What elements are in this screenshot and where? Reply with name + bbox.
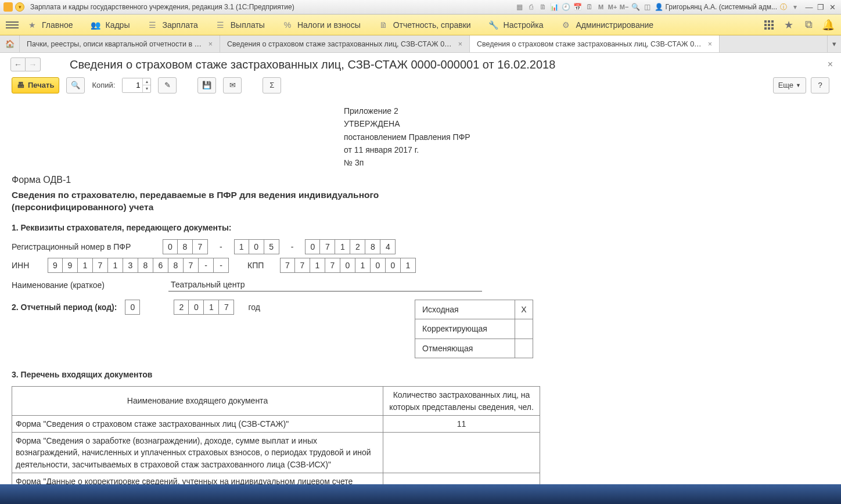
maximize-button[interactable]: ❐: [815, 3, 826, 11]
money-icon: ☰: [147, 20, 157, 30]
clock-icon[interactable]: 🕘: [561, 2, 572, 12]
m-plus-icon[interactable]: M+: [608, 2, 618, 12]
cell: 2: [350, 239, 365, 254]
section-3-heading: 3. Перечень входящих документов: [12, 369, 778, 380]
inn-label: ИНН: [12, 260, 41, 271]
info-icon[interactable]: ⓘ: [778, 2, 789, 12]
tab-dropdown-icon[interactable]: ▾: [827, 35, 841, 52]
more-button[interactable]: Еще ▼: [773, 77, 806, 93]
calendar-icon[interactable]: 📅: [573, 2, 583, 12]
tab-close-icon[interactable]: ×: [458, 40, 462, 48]
chevron-down-icon[interactable]: ▾: [15, 2, 24, 12]
kpp-cells: 771701001: [280, 258, 416, 273]
tab-close-icon[interactable]: ×: [209, 40, 213, 48]
panel-icon[interactable]: ◫: [642, 2, 653, 12]
gear-icon: ⚙: [561, 20, 572, 30]
tab-2[interactable]: Сведения о страховом стаже застрахованны…: [220, 35, 470, 52]
help-button[interactable]: ?: [811, 77, 829, 93]
info-chevron-icon[interactable]: ▾: [790, 2, 800, 12]
titlebar-icon-1[interactable]: ▦: [515, 2, 525, 12]
forward-button[interactable]: →: [26, 57, 41, 71]
cell: 7: [184, 258, 199, 273]
home-tab[interactable]: 🏠: [0, 35, 20, 52]
step-down-icon[interactable]: ▼: [143, 85, 150, 92]
year-cells: 2017: [174, 300, 234, 315]
section-1-heading: 1. Реквизиты страхователя, передающего д…: [12, 222, 778, 233]
percent-icon: %: [282, 20, 293, 30]
year-label: год: [248, 301, 260, 313]
cell: 0: [340, 258, 355, 273]
tab-close-icon[interactable]: ×: [708, 40, 712, 48]
sum-button[interactable]: Σ: [263, 77, 281, 93]
print-button[interactable]: 🖶 Печать: [12, 77, 59, 93]
cell: 1: [401, 258, 416, 273]
pay-icon: ☰: [215, 20, 226, 30]
m-icon[interactable]: M: [596, 2, 606, 12]
cell: 1: [78, 258, 93, 273]
user-label[interactable]: Григорьянц А.А. (системный адм...: [666, 3, 777, 11]
edit-button[interactable]: ✎: [158, 77, 177, 93]
close-button[interactable]: ✕: [827, 3, 838, 11]
menu-kadry[interactable]: 👥Кадры: [91, 20, 130, 30]
m-minus-icon[interactable]: M−: [619, 2, 630, 12]
reg-part2: 105: [234, 239, 279, 254]
cell: 5: [264, 239, 279, 254]
menu-vyplaty[interactable]: ☰Выплаты: [215, 20, 265, 30]
type-correct-mark: [515, 319, 533, 338]
cell: 7: [93, 258, 108, 273]
date-icon[interactable]: 🗓: [584, 2, 595, 12]
copies-stepper[interactable]: ▲▼: [122, 78, 151, 93]
chevron-down-icon: ▼: [796, 82, 801, 88]
history-icon[interactable]: ⧉: [802, 18, 815, 32]
cell: 4: [380, 239, 396, 254]
form-name: Форма ОДВ-1: [12, 173, 778, 186]
document: Приложение 2 УТВЕРЖДЕНА постановлением П…: [12, 105, 778, 484]
menu-main[interactable]: ★Главное: [27, 20, 73, 30]
reg-part1: 087: [163, 239, 208, 254]
save-button[interactable]: 💾: [197, 77, 216, 93]
reg-number-row: Регистрационный номер в ПФР 087 - 105 - …: [12, 239, 778, 254]
report-icon: 🗎: [378, 20, 389, 30]
main-menu-bar: ★Главное 👥Кадры ☰Зарплата ☰Выплаты %Нало…: [0, 15, 841, 35]
menu-nalogi[interactable]: %Налоги и взносы: [282, 20, 361, 30]
calc-icon[interactable]: 📊: [549, 2, 560, 12]
cell: 0: [189, 300, 204, 315]
cell: 6: [153, 258, 168, 273]
bell-icon[interactable]: 🔔: [821, 18, 835, 32]
back-button[interactable]: ←: [10, 57, 26, 71]
minimize-button[interactable]: —: [804, 3, 814, 11]
cell: -: [214, 258, 229, 273]
window-title-bar: ▾ Зарплата и кадры государственного учре…: [0, 0, 841, 15]
section-2-heading: 2. Отчетный период (код):: [12, 301, 117, 313]
cell: 1: [355, 258, 371, 273]
cell: 8: [168, 258, 184, 273]
print-icon[interactable]: ⎙: [526, 2, 537, 12]
cell: 7: [295, 258, 310, 273]
copies-input[interactable]: [123, 78, 142, 92]
menu-zarplata[interactable]: ☰Зарплата: [147, 20, 197, 30]
menu-admin[interactable]: ⚙Администрирование: [561, 20, 654, 30]
document-scroll[interactable]: Приложение 2 УТВЕРЖДЕНА постановлением П…: [0, 99, 841, 484]
step-up-icon[interactable]: ▲: [143, 78, 150, 86]
tab-1[interactable]: Пачки, реестры, описи квартальной отчетн…: [20, 35, 220, 52]
type-initial-mark: X: [515, 300, 533, 319]
os-taskbar: [0, 484, 841, 504]
favorite-icon[interactable]: ★: [782, 18, 796, 32]
page-close-icon[interactable]: ×: [828, 59, 833, 70]
org-name-value: Театральный центр: [168, 279, 482, 291]
doc-icon[interactable]: 🗎: [538, 2, 548, 12]
table-header-name: Наименование входящего документа: [12, 387, 383, 416]
cell: 9: [63, 258, 78, 273]
mail-button[interactable]: ✉: [223, 77, 242, 93]
burger-icon[interactable]: [6, 19, 19, 31]
search-icon[interactable]: 🔍: [631, 2, 641, 12]
star-icon: ★: [27, 20, 37, 30]
copies-label: Копий:: [92, 81, 115, 89]
incoming-docs-table: Наименование входящего документа Количес…: [12, 386, 540, 484]
preview-button[interactable]: 🔍: [66, 77, 85, 93]
menu-otchet[interactable]: 🗎Отчетность, справки: [378, 20, 471, 30]
table-header-count: Количество застрахованных лиц, на которы…: [383, 387, 540, 416]
menu-nastroika[interactable]: 🔧Настройка: [488, 20, 544, 30]
apps-icon[interactable]: [762, 18, 776, 32]
tab-3[interactable]: Сведения о страховом стаже застрахованны…: [470, 35, 720, 52]
